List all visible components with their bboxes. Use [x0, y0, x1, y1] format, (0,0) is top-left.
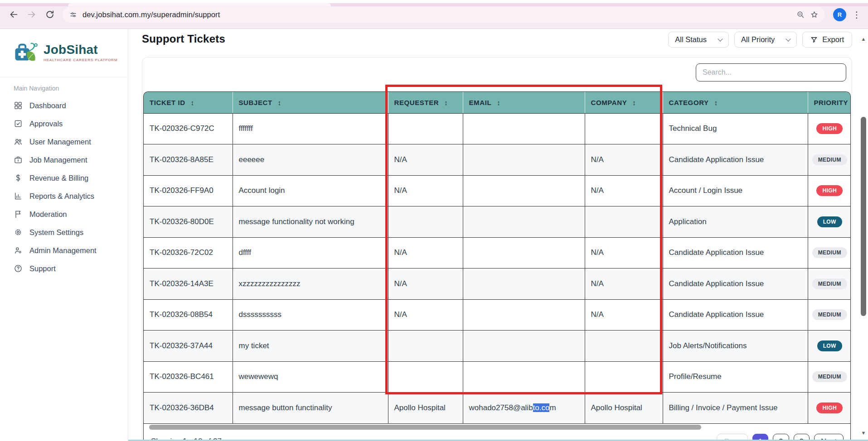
filter-funnel-icon	[810, 36, 818, 43]
email-cell	[463, 206, 585, 238]
sidebar-item-moderation[interactable]: Moderation	[14, 205, 119, 223]
sidebar-item-dashboard[interactable]: Dashboard	[14, 96, 119, 115]
chevron-down-icon	[718, 36, 723, 41]
email-cell	[463, 331, 585, 362]
grid-icon	[14, 101, 23, 110]
category-cell: Account / Login Issue	[663, 175, 808, 206]
table-row[interactable]: TK-020326-08B54dssssssssssN/AN/ACandidat…	[144, 299, 851, 331]
table-row[interactable]: TK-020326-8A85EeeeeeeN/AN/ACandidate App…	[144, 144, 851, 176]
column-header-label: PRIORITY	[814, 99, 849, 106]
logo-tagline: HEALTHCARE CAREERS PLATFORM	[44, 58, 118, 62]
sidebar-item-support[interactable]: Support	[14, 259, 119, 278]
export-button[interactable]: Export	[802, 32, 852, 48]
priority-cell: MEDIUM	[808, 299, 851, 331]
table-row[interactable]: TK-020326-37A44my ticketJob Alerts/Notif…	[144, 331, 851, 362]
subject-cell: my ticket	[233, 331, 388, 362]
email-cell	[463, 361, 585, 393]
site-settings-icon[interactable]	[69, 10, 78, 19]
email-cell	[463, 268, 585, 300]
column-header-ticket_id[interactable]: TICKET ID↕	[144, 92, 233, 113]
scroll-down-arrow-icon[interactable]: ▼	[860, 430, 867, 436]
column-header-category[interactable]: CATEGORY↕	[663, 92, 808, 113]
status-filter-select[interactable]: All Status	[668, 32, 729, 48]
column-header-email[interactable]: EMAIL↕	[463, 92, 585, 113]
check-square-icon	[14, 119, 23, 128]
forward-icon[interactable]	[24, 6, 40, 23]
table-row[interactable]: TK-020326-80D0Emessage functionality not…	[144, 206, 851, 238]
table-row[interactable]: TK-020326-72C02dffffN/AN/ACandidate Appl…	[144, 237, 851, 268]
category-cell: Profile/Resume	[663, 361, 808, 393]
sidebar: JobSihat HEALTHCARE CAREERS PLATFORM Mai…	[0, 29, 128, 441]
email-cell	[463, 299, 585, 331]
sidebar-item-job-management[interactable]: Job Management	[14, 151, 119, 169]
subject-cell: eeeeee	[233, 144, 388, 176]
sidebar-item-label: Moderation	[29, 210, 67, 219]
sidebar-item-approvals[interactable]: Approvals	[14, 115, 119, 133]
company-cell: N/A	[585, 175, 663, 206]
column-header-requester[interactable]: REQUESTER↕	[388, 92, 463, 113]
company-cell	[585, 361, 663, 393]
reload-icon[interactable]	[42, 6, 58, 23]
users-icon	[14, 137, 23, 146]
sidebar-item-system-settings[interactable]: System Settings	[14, 223, 119, 241]
subject-cell: Account login	[233, 175, 388, 206]
address-bar[interactable]: dev.jobsihat.com.my/superadmin/support	[63, 7, 825, 23]
horizontal-scrollbar-thumb[interactable]	[149, 425, 701, 430]
sidebar-item-user-management[interactable]: User Management	[14, 133, 119, 151]
column-header-company[interactable]: COMPANY↕	[585, 92, 663, 113]
vertical-scrollbar[interactable]: ▲ ▼	[859, 26, 868, 441]
sidebar-item-revenue-billing[interactable]: Revenue & Billing	[14, 169, 119, 187]
sidebar-item-admin-management[interactable]: Admin Management	[14, 241, 119, 259]
sort-icon: ↕	[191, 99, 194, 106]
status-filter-label: All Status	[675, 35, 707, 44]
email-cell: wohado2758@alibto.com	[463, 393, 585, 424]
browser-chrome: dev.jobsihat.com.my/superadmin/support R…	[0, 3, 868, 29]
sidebar-item-reports-analytics[interactable]: Reports & Analytics	[14, 187, 119, 205]
email-cell	[463, 175, 585, 206]
zoom-out-icon[interactable]	[796, 10, 805, 19]
scroll-up-arrow-icon[interactable]: ▲	[860, 36, 867, 42]
vertical-scrollbar-thumb[interactable]	[861, 117, 866, 316]
priority-filter-select[interactable]: All Priority	[734, 32, 797, 48]
company-cell: N/A	[585, 299, 663, 331]
dollar-icon	[14, 173, 23, 182]
priority-badge: MEDIUM	[812, 154, 847, 165]
subject-cell: dssssssssss	[233, 299, 388, 331]
requester-cell	[388, 331, 463, 362]
horizontal-scrollbar[interactable]	[144, 424, 850, 431]
column-header-label: CATEGORY	[669, 99, 709, 106]
profile-avatar[interactable]: R	[833, 8, 846, 21]
priority-cell: MEDIUM	[808, 144, 851, 176]
sidebar-item-label: Reports & Analytics	[29, 192, 94, 201]
table-row[interactable]: TK-020326-C972CfffffffTechnical BugHIGH	[144, 113, 851, 144]
url-text[interactable]: dev.jobsihat.com.my/superadmin/support	[82, 10, 791, 19]
priority-badge: MEDIUM	[812, 247, 847, 258]
table-row[interactable]: TK-020326-36DB4message button functinali…	[144, 393, 851, 424]
search-input[interactable]	[696, 63, 846, 81]
export-button-label: Export	[822, 35, 844, 44]
priority-badge: MEDIUM	[812, 371, 847, 382]
table-row[interactable]: TK-020326-BC461wewewewqProfile/ResumeMED…	[144, 361, 851, 393]
main-content: Support Tickets All Status All Priority …	[128, 29, 868, 441]
company-cell: N/A	[585, 237, 663, 268]
priority-cell: HIGH	[808, 175, 851, 206]
subject-cell: wewewewq	[233, 361, 388, 393]
priority-badge: LOW	[817, 216, 842, 227]
ticket-id-cell: TK-020326-80D0E	[144, 206, 233, 238]
company-cell	[585, 206, 663, 238]
priority-cell: LOW	[808, 331, 851, 362]
category-cell: Candidate Application Issue	[663, 268, 808, 300]
logo[interactable]: JobSihat HEALTHCARE CAREERS PLATFORM	[0, 29, 128, 74]
bookmark-star-icon[interactable]	[810, 10, 819, 19]
browser-menu-icon[interactable]: ⋮	[851, 10, 863, 20]
company-cell: N/A	[585, 144, 663, 176]
nav-section-label: Main Navigation	[14, 85, 119, 92]
column-header-subject[interactable]: SUBJECT↕	[233, 92, 388, 113]
back-icon[interactable]	[5, 6, 22, 23]
email-cell	[463, 113, 585, 144]
table-row[interactable]: TK-020326-14A3ExzzzzzzzzzzzzzzzN/AN/ACan…	[144, 268, 851, 300]
requester-cell	[388, 206, 463, 238]
sidebar-item-label: User Management	[29, 138, 91, 146]
priority-cell: HIGH	[808, 113, 851, 144]
table-row[interactable]: TK-020326-FF9A0Account loginN/AN/AAccoun…	[144, 175, 851, 206]
